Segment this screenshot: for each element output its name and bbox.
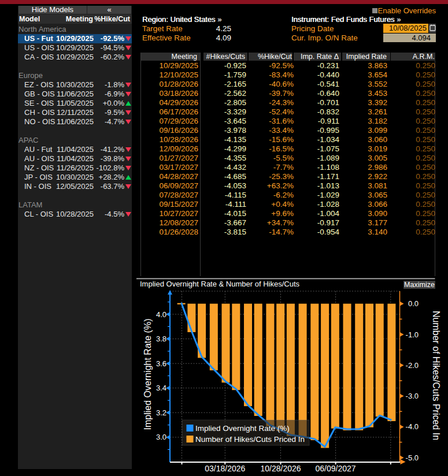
- svg-text:Number of Hikes/Cuts Priced In: Number of Hikes/Cuts Priced In: [195, 435, 305, 444]
- svg-text:-5.0: -5.0: [406, 453, 419, 462]
- svg-text:3.6: 3.6: [156, 359, 166, 368]
- svg-text:-3.0: -3.0: [406, 392, 419, 400]
- svg-text:3.2: 3.2: [156, 408, 166, 417]
- svg-text:-1.0: -1.0: [406, 330, 419, 339]
- svg-text:-2.0: -2.0: [406, 361, 419, 370]
- svg-text:Number of Hikes/Cuts Priced In: Number of Hikes/Cuts Priced In: [431, 311, 441, 440]
- svg-text:4.0: 4.0: [156, 310, 166, 319]
- svg-text:0.0: 0.0: [408, 299, 419, 308]
- svg-text:10/28/2026: 10/28/2026: [260, 464, 301, 473]
- svg-text:06/09/2027: 06/09/2027: [316, 464, 356, 473]
- svg-text:-4.0: -4.0: [406, 422, 419, 431]
- svg-text:Implied Overnight Rate (%): Implied Overnight Rate (%): [195, 424, 290, 433]
- svg-text:03/18/2026: 03/18/2026: [205, 464, 245, 473]
- svg-text:3.8: 3.8: [156, 334, 166, 343]
- svg-text:3.0: 3.0: [156, 433, 166, 441]
- svg-text:3.4: 3.4: [156, 384, 166, 392]
- svg-text:Implied Overnight Rate (%): Implied Overnight Rate (%): [143, 319, 153, 430]
